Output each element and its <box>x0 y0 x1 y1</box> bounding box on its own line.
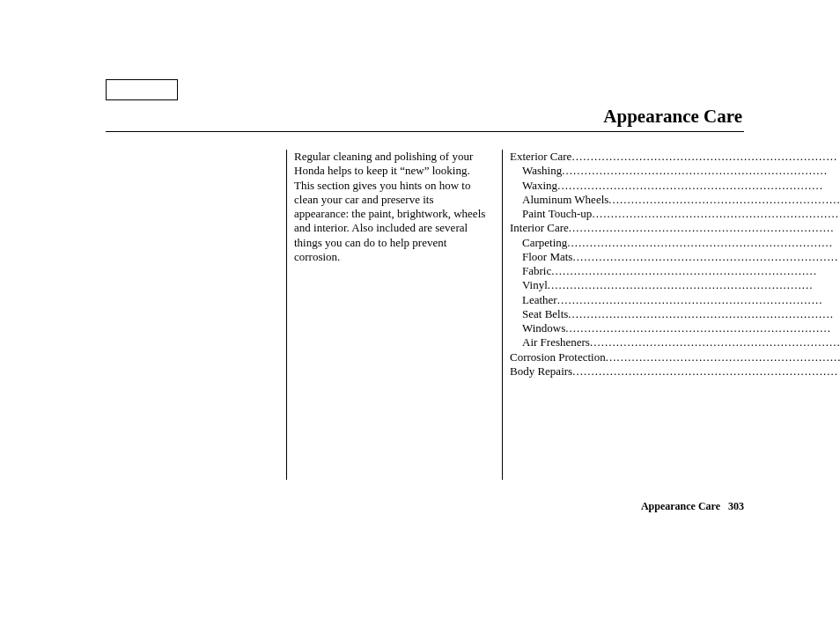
toc-entry-label: Corrosion Protection <box>510 350 606 364</box>
toc-entry-label: Exterior Care <box>510 150 571 164</box>
toc-entry-label: Interior Care <box>510 221 569 235</box>
toc-entry: Seat Belts307 <box>510 307 840 321</box>
toc-entry: Interior Care306 <box>510 221 840 235</box>
toc-entry: Paint Touch-up305 <box>510 207 840 221</box>
toc-leader-dots <box>565 321 840 335</box>
toc-entry-label: Seat Belts <box>522 307 568 321</box>
toc-leader-dots <box>608 193 840 207</box>
toc-entry: Fabric307 <box>510 264 840 278</box>
page-title: Appearance Care <box>106 106 744 128</box>
toc-entry: Vinyl307 <box>510 278 840 292</box>
toc-entry: Floor Mats306 <box>510 250 840 264</box>
toc-entry-label: Paint Touch-up <box>522 207 592 221</box>
toc-entry-label: Carpeting <box>522 236 567 250</box>
toc-leader-dots <box>551 264 840 278</box>
toc-entry: Carpeting306 <box>510 236 840 250</box>
toc-entry-label: Washing <box>522 164 562 178</box>
toc-entry: Aluminum Wheels305 <box>510 193 840 207</box>
footer-page-number: 303 <box>723 500 744 512</box>
toc-leader-dots <box>590 335 840 349</box>
toc-leader-dots <box>567 236 840 250</box>
toc-entry: Corrosion Protection309 <box>510 350 840 364</box>
intro-column: Regular cleaning and polishing of your H… <box>286 150 502 480</box>
toc-entry-label: Leather <box>522 293 557 307</box>
toc-leader-dots <box>571 150 840 164</box>
toc-leader-dots <box>572 364 840 379</box>
toc-entry-label: Floor Mats <box>522 250 572 264</box>
title-rule <box>106 131 744 132</box>
toc-leader-dots <box>562 164 840 178</box>
page-footer: Appearance Care 303 <box>641 500 744 513</box>
toc-entry: Windows308 <box>510 321 840 335</box>
toc-leader-dots <box>592 207 840 221</box>
toc-leader-dots <box>557 293 840 307</box>
toc-entry: Washing304 <box>510 164 840 178</box>
toc-leader-dots <box>572 250 840 264</box>
toc-leader-dots <box>548 278 840 292</box>
footer-section-label: Appearance Care <box>641 500 720 512</box>
header-placeholder-box <box>106 79 178 100</box>
toc-entry-label: Windows <box>522 321 565 335</box>
toc-entry-label: Vinyl <box>522 278 548 292</box>
toc-entry: Waxing305 <box>510 179 840 193</box>
toc-entry-label: Aluminum Wheels <box>522 193 608 207</box>
toc-entry: Air Fresheners308 <box>510 335 840 349</box>
toc-entry-label: Air Fresheners <box>522 335 590 349</box>
toc-leader-dots <box>569 221 840 235</box>
intro-text: Regular cleaning and polishing of your H… <box>294 150 485 263</box>
table-of-contents: Exterior Care304Washing304Waxing305Alumi… <box>502 150 840 480</box>
toc-entry: Exterior Care304 <box>510 150 840 164</box>
toc-entry-label: Waxing <box>522 179 557 193</box>
toc-leader-dots <box>557 179 840 193</box>
toc-entry-label: Fabric <box>522 264 551 278</box>
toc-entry: Body Repairs310 <box>510 364 840 379</box>
toc-entry: Leather307 <box>510 293 840 307</box>
toc-leader-dots <box>606 350 840 364</box>
toc-leader-dots <box>568 307 840 321</box>
toc-entry-label: Body Repairs <box>510 364 572 379</box>
